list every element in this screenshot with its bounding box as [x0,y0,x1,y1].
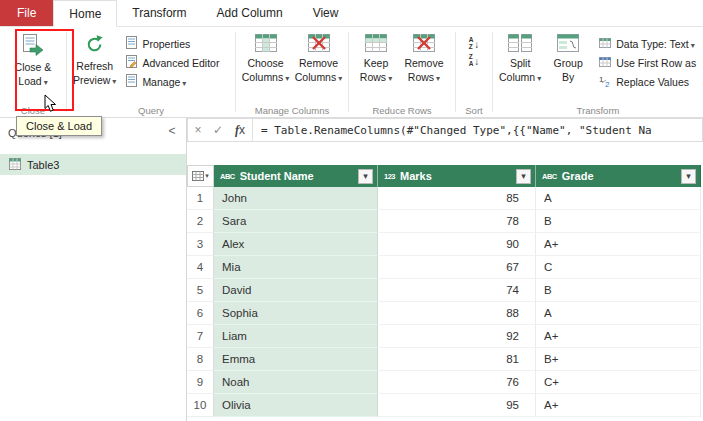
cell-grade[interactable]: A+ [536,394,701,417]
close-and-load-button[interactable]: Close &Load [9,30,57,88]
table-row: 1 John 85 A [187,187,701,210]
select-all-corner-button[interactable]: ▾ [187,165,214,187]
refresh-icon [84,34,105,57]
cell-marks[interactable]: 92 [378,325,536,348]
group-by-label-2: By [562,71,574,83]
cell-student-name[interactable]: Noah [214,371,378,394]
refresh-preview-button[interactable]: RefreshPreview [70,30,119,87]
row-number[interactable]: 3 [187,233,214,256]
split-column-button[interactable]: SplitColumn [496,30,544,84]
cell-grade[interactable]: A+ [536,325,701,348]
row-number[interactable]: 2 [187,210,214,233]
data-type-icon [599,37,611,51]
cell-grade[interactable]: A [536,302,701,325]
cell-student-name[interactable]: Alex [214,233,378,256]
cell-student-name[interactable]: Olivia [214,394,378,417]
cell-marks[interactable]: 90 [378,233,536,256]
filter-dropdown-button[interactable] [681,169,696,184]
row-number[interactable]: 9 [187,371,214,394]
column-header-student-name[interactable]: ABC Student Name [214,165,378,187]
tab-home[interactable]: Home [53,0,117,27]
row-number[interactable]: 1 [187,187,214,210]
remove-rows-label-2: Rows [408,71,440,83]
remove-columns-label-1: Remove [299,57,338,69]
collapse-pane-button[interactable]: < [165,124,179,140]
filter-dropdown-button[interactable] [358,169,373,184]
cell-student-name[interactable]: Liam [214,325,378,348]
sort-ascending-button[interactable] [469,35,480,52]
ribbon-group-close: Close &Load Close [0,27,66,117]
choose-columns-label-2: Columns [242,71,289,83]
sort-ascending-icon [469,37,474,50]
cell-marks[interactable]: 74 [378,279,536,302]
group-by-button[interactable]: GroupBy [544,30,592,84]
table-row: 10 Olivia 95 A+ [187,394,701,417]
filter-dropdown-button[interactable] [516,169,531,184]
commit-formula-button[interactable]: ✓ [208,123,228,137]
group-by-icon [557,34,579,54]
tab-file[interactable]: File [0,0,53,26]
keep-rows-button[interactable]: KeepRows [352,30,400,84]
tab-transform[interactable]: Transform [117,0,201,26]
sort-descending-button[interactable] [469,52,480,69]
data-type-button[interactable]: Data Type: Text [596,34,699,53]
group-label-transform: Transform [493,105,703,116]
cell-marks[interactable]: 67 [378,256,536,279]
advanced-editor-button[interactable]: Advanced Editor [123,53,222,72]
tab-add-column[interactable]: Add Column [202,0,298,26]
table-row: 3 Alex 90 A+ [187,233,701,256]
use-first-row-label: Use First Row as [616,57,696,69]
cell-marks[interactable]: 78 [378,210,536,233]
formula-input[interactable]: = Table.RenameColumns(#"Changed Type",{{… [261,124,652,137]
row-number[interactable]: 7 [187,325,214,348]
cell-grade[interactable]: A [536,187,701,210]
choose-columns-button[interactable]: ChooseColumns [239,30,292,84]
cell-grade[interactable]: B [536,279,701,302]
cell-student-name[interactable]: John [214,187,378,210]
tab-view[interactable]: View [298,0,354,26]
cell-marks[interactable]: 88 [378,302,536,325]
row-number[interactable]: 8 [187,348,214,371]
replace-values-button[interactable]: 12 Replace Values [596,72,699,91]
row-number[interactable]: 10 [187,394,214,417]
cell-marks[interactable]: 95 [378,394,536,417]
row-number[interactable]: 5 [187,279,214,302]
cancel-formula-button[interactable]: × [188,123,208,137]
remove-columns-icon [308,34,330,54]
table-body: 1 John 85 A 2 Sara 78 B 3 Alex 90 A+ 4 M… [187,187,701,417]
ribbon-group-reduce-rows: KeepRows RemoveRows Reduce Rows [349,27,455,117]
properties-button[interactable]: Properties [123,34,222,53]
column-label: Student Name [240,170,314,182]
cell-marks[interactable]: 85 [378,187,536,210]
row-number[interactable]: 4 [187,256,214,279]
remove-rows-label-1: Remove [404,57,443,69]
remove-rows-button[interactable]: RemoveRows [400,30,448,84]
use-first-row-button[interactable]: Use First Row as [596,53,699,72]
cell-grade[interactable]: C [536,256,701,279]
cell-student-name[interactable]: Emma [214,348,378,371]
cell-grade[interactable]: A+ [536,233,701,256]
group-label-close: Close [0,105,66,116]
query-item-table3[interactable]: Table3 [0,154,186,175]
manage-button[interactable]: Manage [123,72,222,91]
cell-grade[interactable]: C+ [536,371,701,394]
cell-marks[interactable]: 81 [378,348,536,371]
cell-student-name[interactable]: Sara [214,210,378,233]
refresh-label-1: Refresh [76,60,113,72]
keep-rows-label-1: Keep [364,57,389,69]
column-header-marks[interactable]: 123 Marks [378,165,536,187]
cell-grade[interactable]: B [536,210,701,233]
cell-student-name[interactable]: David [214,279,378,302]
row-number[interactable]: 6 [187,302,214,325]
keep-rows-icon [365,34,387,54]
remove-columns-button[interactable]: RemoveColumns [292,30,345,84]
cell-student-name[interactable]: Mia [214,256,378,279]
cell-marks[interactable]: 76 [378,371,536,394]
cell-student-name[interactable]: Sophia [214,302,378,325]
group-by-label-1: Group [554,57,583,69]
ribbon-group-transform: SplitColumn GroupBy Data Type: Text [493,27,703,117]
advanced-editor-icon [126,55,137,70]
cell-grade[interactable]: B+ [536,348,701,371]
refresh-label-2: Preview [73,74,116,86]
column-header-grade[interactable]: ABC Grade [536,165,701,187]
